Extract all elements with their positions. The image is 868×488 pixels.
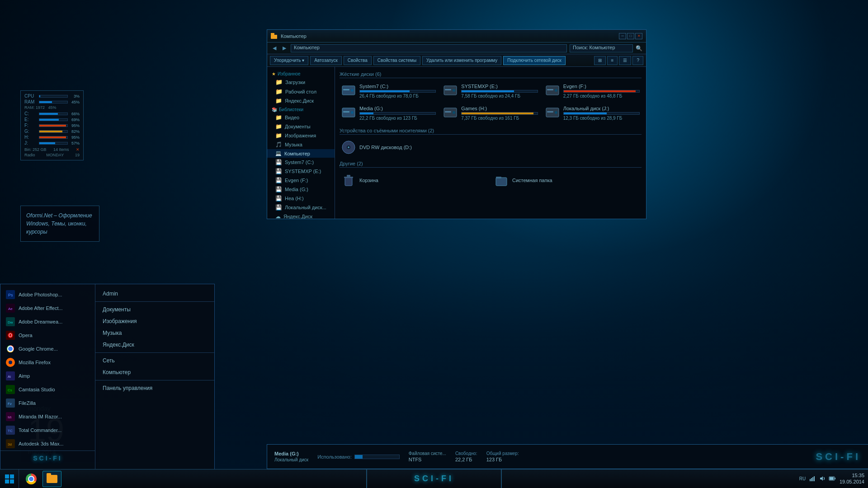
ram-val: 45%	[70, 100, 80, 104]
search-icon[interactable]: 🔍	[636, 45, 642, 52]
nav-yandex[interactable]: 📁 Яндекс.Диск	[267, 96, 335, 105]
start-right-computer[interactable]: Компьютер	[95, 366, 214, 378]
drive-f-bar-bg	[39, 124, 68, 127]
start-right-music[interactable]: Музыка	[95, 327, 214, 339]
toolbar-autorun-btn[interactable]: Автозапуск	[310, 56, 342, 65]
start-right-yandex[interactable]: Яндекс.Диск	[95, 339, 214, 351]
address-field[interactable]: Компьютер	[291, 44, 567, 52]
taskbar-explorer[interactable]	[42, 471, 61, 487]
nav-pics-label: Изображения	[285, 133, 316, 138]
nav-downloads[interactable]: 📁 Загрузки	[267, 77, 335, 87]
view-details-btn[interactable]: ☰	[619, 56, 631, 65]
start-item-3dsmax[interactable]: 3d Autodesk 3ds Max...	[0, 437, 95, 450]
nav-local-j[interactable]: 💾 Локальный диск...	[267, 203, 335, 212]
start-right-docs[interactable]: Документы	[95, 304, 214, 315]
start-right-images[interactable]: Изображения	[95, 315, 214, 327]
radio-row: Radio MONDAY 19	[24, 153, 80, 157]
drive-f-val: 95%	[70, 123, 80, 128]
svg-point-44	[348, 146, 349, 148]
drive-item-j[interactable]: Локальный диск (J:) 12,3 ГБ свободно из …	[543, 104, 642, 122]
toolbar-uninstall-btn[interactable]: Удалить или изменить программу	[422, 56, 501, 65]
start-right-admin[interactable]: Admin	[95, 288, 214, 300]
start-item-camtasia[interactable]: Cs Camtasia Studio	[0, 383, 95, 396]
start-item-miranda-label: Miranda IM Razor...	[19, 414, 62, 419]
start-item-totalcmd[interactable]: TC Total Commander...	[0, 423, 95, 437]
nav-computer-header[interactable]: 💻 Компьютер	[267, 149, 335, 158]
svg-text:Ae: Ae	[8, 307, 13, 311]
trash-item[interactable]: Корзина	[340, 171, 489, 189]
nav-desktop-label: Рабочий стол	[285, 89, 316, 94]
nav-nea[interactable]: 💾 Нea (H:)	[267, 194, 335, 203]
nav-forward-btn[interactable]: ▶	[281, 45, 288, 51]
drive-c-bar-main-bg	[359, 90, 436, 93]
dvd-item[interactable]: DVD RW дисковод (D:)	[340, 138, 642, 156]
tray-lang-icon[interactable]: RU	[799, 475, 806, 482]
drive-item-e[interactable]: SYSTEMXP (E:) 7,58 ГБ свободно из 24,4 Г…	[441, 82, 539, 100]
svg-rect-32	[547, 89, 553, 90]
win-minimize-btn[interactable]: ─	[619, 33, 626, 39]
nav-systemxp[interactable]: 💾 SYSTEMXP (E:)	[267, 167, 335, 176]
start-item-opera[interactable]: O Opera	[0, 328, 95, 342]
nav-evgen[interactable]: 💾 Evgen (F:)	[267, 176, 335, 185]
nav-system7[interactable]: 💾 System7 (C:)	[267, 158, 335, 167]
status-disk-label: Media (G:)	[274, 451, 308, 456]
start-item-firefox[interactable]: Mozilla Firefox	[0, 356, 95, 369]
start-item-miranda[interactable]: Mi Miranda IM Razor...	[0, 410, 95, 423]
drive-item-f[interactable]: Evgen (F:) 2,27 ГБ свободно из 48,8 ГБ	[543, 82, 642, 100]
hard-disks-grid: System7 (C:) 26,4 ГБ свободно из 78,0 ГБ…	[340, 82, 642, 122]
help-btn[interactable]: ?	[632, 56, 643, 65]
tray-network-icon[interactable]	[809, 475, 816, 482]
drive-item-h[interactable]: Games (H:) 7,37 ГБ свободно из 161 ГБ	[441, 104, 539, 122]
drive-item-c[interactable]: System7 (C:) 26,4 ГБ свободно из 78,0 ГБ	[340, 82, 438, 100]
drive-h-free: 7,37 ГБ свободно из 161 ГБ	[461, 116, 538, 121]
search-field[interactable]: Поиск: Компьютер	[570, 44, 633, 52]
view-buttons: ⊞ ≡ ☰ ?	[594, 56, 643, 65]
start-button[interactable]	[0, 469, 19, 488]
drive-c-free: 26,4 ГБ свободно из 78,0 ГБ	[359, 94, 436, 99]
win-maximize-btn[interactable]: □	[627, 33, 634, 39]
view-large-btn[interactable]: ⊞	[594, 56, 606, 65]
nav-video[interactable]: 📁 Видео	[267, 113, 335, 122]
toolbar-props-btn[interactable]: Свойства	[344, 56, 372, 65]
drive-j-bar-main-bg	[563, 112, 640, 115]
svg-rect-55	[811, 478, 812, 481]
system-clock[interactable]: 15:35 19.05.2014	[840, 472, 864, 485]
nav-media[interactable]: 💾 Media (G:)	[267, 185, 335, 194]
sysfolder-item[interactable]: Системная папка	[492, 171, 642, 189]
start-item-totalcmd-label: Total Commander...	[19, 427, 61, 433]
drive-e-bar-bg	[39, 118, 68, 121]
nav-yandex-disk[interactable]: ☁ Яндекс.Диск	[267, 212, 335, 219]
tray-sound-icon[interactable]	[819, 475, 826, 482]
win-close-btn[interactable]: ✕	[635, 33, 642, 39]
taskbar-chrome[interactable]	[22, 471, 41, 487]
hdd-icon-f: 💾	[275, 177, 282, 183]
start-item-dreamweaver[interactable]: Dw Adobe Dreamwea...	[0, 315, 95, 328]
start-right-controlpanel[interactable]: Панель управления	[95, 382, 214, 394]
start-item-photoshop[interactable]: Ps Adobe Photoshop...	[0, 288, 95, 301]
status-scifi-label: SCI-FI	[816, 451, 861, 463]
nav-pics[interactable]: 📁 Изображения	[267, 131, 335, 140]
svg-rect-60	[835, 478, 835, 479]
tray-battery-icon[interactable]	[829, 475, 836, 482]
drive-item-g[interactable]: Media (G:) 22,2 ГБ свободно из 123 ГБ	[340, 104, 438, 122]
nav-back-btn[interactable]: ◀	[271, 45, 278, 51]
nav-music[interactable]: 🎵 Музыка	[267, 140, 335, 149]
start-item-chrome[interactable]: Google Chrome...	[0, 342, 95, 356]
start-menu-left: Ps Adobe Photoshop... Ae Adobe After Eff…	[0, 284, 95, 469]
nav-docs[interactable]: 📁 Документы	[267, 122, 335, 131]
aftereffects-icon: Ae	[6, 304, 15, 313]
drive-e-bar-main-bg	[461, 90, 538, 93]
svg-rect-22	[271, 35, 277, 39]
svg-text:Dw: Dw	[8, 320, 13, 324]
start-item-aftereffects[interactable]: Ae Adobe After Effect...	[0, 301, 95, 315]
start-item-filezilla[interactable]: Fz FileZilla	[0, 396, 95, 410]
svg-rect-29	[445, 89, 451, 90]
svg-point-37	[453, 111, 455, 114]
start-right-network[interactable]: Сеть	[95, 355, 214, 366]
toolbar-netdrive-btn[interactable]: Подключить сетевой диск	[503, 56, 566, 65]
start-item-aimp[interactable]: Ai Aimp	[0, 369, 95, 383]
nav-desktop[interactable]: 📁 Рабочий стол	[267, 87, 335, 96]
view-list-btn[interactable]: ≡	[607, 56, 618, 65]
toolbar-organize-btn[interactable]: Упорядочить ▾	[270, 56, 308, 65]
toolbar-sysprops-btn[interactable]: Свойства системы	[373, 56, 420, 65]
